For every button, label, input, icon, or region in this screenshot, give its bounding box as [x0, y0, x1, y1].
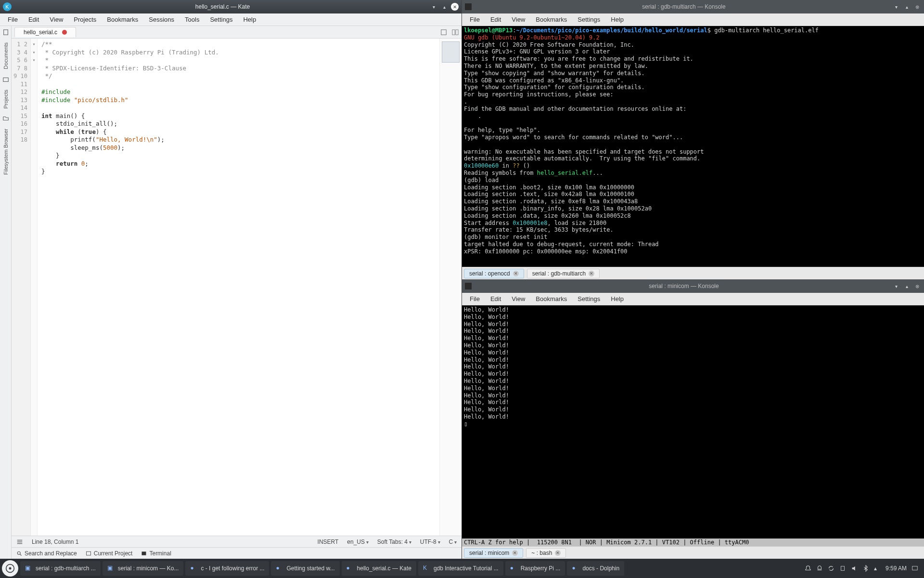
gdb-terminal[interactable]: lkoepsel@MBP13:~/Documents/pico/pico-exa…	[462, 26, 924, 267]
clipboard-icon[interactable]	[839, 565, 846, 572]
menu-view[interactable]: View	[45, 14, 68, 25]
minimize-icon[interactable]: ▾	[892, 3, 900, 11]
tab-hello-serial[interactable]: hello_serial.c	[14, 27, 76, 37]
kate-titlebar[interactable]: K hello_serial.c — Kate ▾ ▴ ✕	[0, 0, 462, 13]
taskbar-item[interactable]: ●hello_serial.c — Kate	[342, 561, 416, 576]
taskbar-item[interactable]: ▣serial : gdb-multiarch ...	[20, 561, 101, 576]
minimize-icon[interactable]: ▾	[892, 282, 900, 290]
terminal-panel-button[interactable]: Terminal	[141, 550, 171, 557]
taskbar-item[interactable]: Kgdb Interactive Tutorial ...	[418, 561, 503, 576]
tab-label: ~ : bash	[531, 550, 552, 556]
status-tabs[interactable]: Soft Tabs: 4	[377, 539, 411, 545]
kate-app-icon: K	[3, 2, 12, 11]
terminal-icon	[141, 551, 147, 556]
svg-point-5	[17, 552, 20, 554]
tab-openocd[interactable]: serial : openocd ✕	[464, 269, 524, 278]
menu-tools[interactable]: Tools	[180, 14, 204, 25]
status-encoding[interactable]: UTF-8	[420, 539, 440, 545]
tab-label: serial : minicom	[469, 550, 509, 556]
clock[interactable]: 9:59 AM	[886, 565, 907, 572]
mini-titlebar[interactable]: serial : minicom — Konsole ▾ ▴ ⊗	[462, 279, 924, 293]
tab-label: serial : openocd	[469, 270, 510, 277]
menu-settings[interactable]: Settings	[573, 294, 605, 304]
tab-close-icon[interactable]: ✕	[555, 550, 561, 556]
menu-edit[interactable]: Edit	[486, 294, 506, 304]
menu-edit[interactable]: Edit	[486, 14, 506, 25]
app-icon: ●	[276, 565, 283, 572]
menu-file[interactable]: File	[3, 14, 23, 25]
menu-help[interactable]: Help	[238, 14, 261, 25]
minimize-icon[interactable]: ▾	[430, 3, 437, 11]
taskbar-item[interactable]: ●Raspberry Pi ...	[505, 561, 565, 576]
menu-bookmarks[interactable]: Bookmarks	[531, 294, 572, 304]
status-insert[interactable]: INSERT	[318, 539, 339, 545]
documents-icon[interactable]	[2, 29, 9, 36]
menu-projects[interactable]: Projects	[69, 14, 101, 25]
fold-column[interactable]: ▾ ▾ ▾	[31, 39, 38, 536]
menu-view[interactable]: View	[507, 294, 530, 304]
menu-file[interactable]: File	[465, 14, 485, 25]
project-label: Current Project	[94, 550, 133, 557]
hamburger-icon[interactable]	[16, 539, 23, 545]
menu-help[interactable]: Help	[606, 294, 629, 304]
tab-bash[interactable]: ~ : bash ✕	[526, 548, 566, 558]
search-replace-button[interactable]: Search and Replace	[16, 550, 77, 557]
sidebar-documents[interactable]: Documents	[3, 40, 9, 71]
status-locale[interactable]: en_US	[347, 539, 368, 545]
gdb-titlebar[interactable]: serial : gdb-multiarch — Konsole ▾ ▴ ⊗	[462, 0, 924, 13]
menu-help[interactable]: Help	[606, 14, 629, 25]
taskbar-item[interactable]: ●c - I get following error ...	[185, 561, 269, 576]
sidebar-filesystem[interactable]: Filesystem Browser	[3, 127, 9, 177]
kate-statusbar: Line 18, Column 1 INSERT en_US Soft Tabs…	[12, 536, 462, 547]
tab-close-icon[interactable]	[62, 30, 67, 35]
tab-close-icon[interactable]: ✕	[589, 271, 594, 276]
notifications-icon[interactable]	[805, 565, 811, 572]
menu-bookmarks[interactable]: Bookmarks	[102, 14, 143, 25]
tab-close-icon[interactable]: ✕	[513, 271, 519, 276]
split-view-icon[interactable]	[452, 29, 459, 36]
konsole-app-icon	[465, 3, 472, 10]
bluetooth-icon[interactable]	[862, 565, 869, 572]
minimap-thumb[interactable]	[442, 41, 460, 63]
bell-icon[interactable]	[816, 565, 823, 572]
tab-gdb-multiarch[interactable]: serial : gdb-multiarch ✕	[527, 269, 600, 278]
tab-close-icon[interactable]: ✕	[512, 550, 518, 556]
taskbar-item[interactable]: ●Getting started w...	[271, 561, 339, 576]
volume-icon[interactable]	[851, 565, 858, 572]
svg-rect-7	[86, 552, 90, 555]
current-project-button[interactable]: Current Project	[86, 550, 133, 557]
task-label: Raspberry Pi ...	[521, 565, 561, 572]
menu-file[interactable]: File	[465, 294, 485, 304]
status-language[interactable]: C	[449, 539, 457, 545]
svg-rect-4	[456, 29, 458, 35]
tab-minicom[interactable]: serial : minicom ✕	[464, 548, 523, 558]
chevron-up-icon[interactable]: ▴	[874, 565, 881, 572]
minicom-terminal[interactable]: Hello, World! Hello, World! Hello, World…	[462, 305, 924, 539]
menu-bookmarks[interactable]: Bookmarks	[531, 14, 572, 25]
code-editor[interactable]: /** * Copyright (c) 2020 Raspberry Pi (T…	[38, 39, 439, 536]
show-desktop-icon[interactable]	[911, 565, 918, 572]
minimap[interactable]	[439, 39, 462, 536]
sidebar-projects[interactable]: Projects	[3, 88, 9, 111]
projects-icon[interactable]	[2, 76, 9, 83]
taskbar-item[interactable]: ●docs - Dolphin	[567, 561, 624, 576]
close-icon[interactable]: ✕	[451, 3, 459, 11]
menu-sessions[interactable]: Sessions	[144, 14, 179, 25]
start-button[interactable]	[2, 560, 18, 577]
sync-icon[interactable]	[828, 565, 834, 572]
menu-edit[interactable]: Edit	[24, 14, 44, 25]
tab-label: serial : gdb-multiarch	[532, 270, 586, 277]
maximize-icon[interactable]: ▴	[903, 3, 911, 11]
menu-settings[interactable]: Settings	[205, 14, 237, 25]
new-tab-icon[interactable]	[440, 29, 447, 36]
taskbar-item[interactable]: ▣serial : minicom — Ko...	[103, 561, 184, 576]
maximize-icon[interactable]: ▴	[440, 3, 448, 11]
menu-settings[interactable]: Settings	[573, 14, 605, 25]
line-number-gutter: 1 2 3 4 5 6 7 8 9 10 11 12 13 14 15 16 1…	[12, 39, 31, 536]
close-icon[interactable]: ⊗	[913, 3, 921, 11]
close-icon[interactable]: ⊗	[913, 282, 921, 290]
maximize-icon[interactable]: ▴	[903, 282, 911, 290]
menu-view[interactable]: View	[507, 14, 530, 25]
system-tray: ▴ 9:59 AM	[805, 565, 922, 572]
filesystem-icon[interactable]	[2, 115, 9, 122]
